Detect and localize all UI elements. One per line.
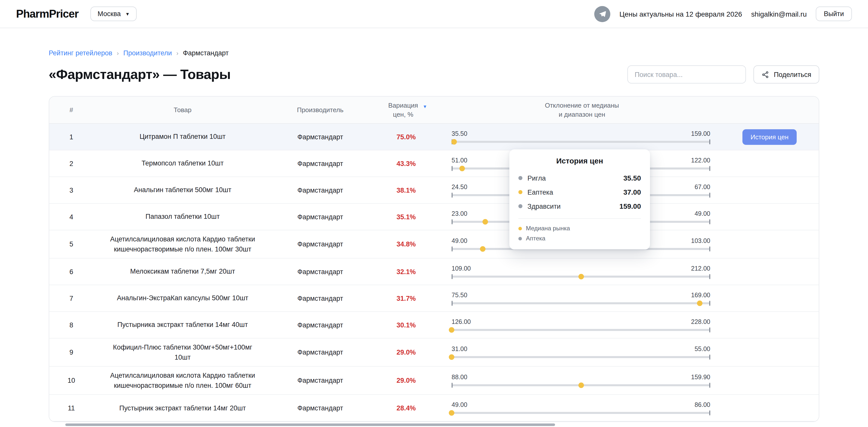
city-selector[interactable]: Москва ▼ <box>91 6 137 21</box>
legend-median-item: Медиана рынка <box>518 223 641 233</box>
price-track <box>452 412 710 414</box>
median-price-dot <box>449 327 454 333</box>
table-body: 1 Цитрамон П таблетки 10шт Фармстандарт … <box>49 124 819 422</box>
breadcrumb-separator: › <box>117 50 119 57</box>
row-action-cell <box>720 321 819 329</box>
tooltip-legend: Медиана рынка Аптека <box>518 218 641 244</box>
column-header-variation[interactable]: Вариация цен, % ▼ <box>369 97 443 123</box>
price-range-labels: 126.00 228.00 <box>452 318 710 325</box>
min-price-label: 75.50 <box>452 291 467 298</box>
track-end-tick <box>709 327 710 332</box>
table-row[interactable]: 4 Папазол таблетки 10шт Фармстандарт 35.… <box>49 204 819 230</box>
telegram-icon[interactable] <box>594 6 610 22</box>
manufacturer-name: Фармстандарт <box>272 236 369 252</box>
share-button[interactable]: Поделиться <box>754 65 819 84</box>
pharmacy-price: 35.50 <box>623 174 641 182</box>
tooltip-pharmacy-row: Еаптека 37.00 <box>518 185 641 199</box>
manufacturer-name: Фармстандарт <box>272 344 369 360</box>
min-price-label: 49.00 <box>452 401 467 408</box>
price-track <box>452 356 710 358</box>
product-name: Термопсол таблетки 10шт <box>93 154 272 172</box>
track-end-tick <box>709 219 710 224</box>
median-price-dot <box>449 354 454 360</box>
share-button-label: Поделиться <box>774 71 811 78</box>
title-actions: Поделиться <box>628 65 819 84</box>
main-content: Рейтинг ретейлеров › Производители › Фар… <box>0 49 868 422</box>
breadcrumb-manufacturers-link[interactable]: Производители <box>123 49 172 57</box>
track-end-tick <box>709 301 710 306</box>
product-name: Кофицил-Плюс таблетки 300мг+50мг+100мг 1… <box>93 339 272 366</box>
manufacturer-name: Фармстандарт <box>272 317 369 333</box>
product-name: Цитрамон П таблетки 10шт <box>93 128 272 146</box>
product-name: Анальгин таблетки 500мг 10шт <box>93 181 272 199</box>
min-price-label: 126.00 <box>452 318 471 325</box>
table-row[interactable]: 3 Анальгин таблетки 500мг 10шт Фармстанд… <box>49 177 819 204</box>
chevron-down-icon: ▼ <box>125 11 130 16</box>
min-price-label: 49.00 <box>452 237 467 245</box>
manufacturer-name: Фармстандарт <box>272 182 369 198</box>
table-row[interactable]: 7 Анальгин-ЭкстраКап капсулы 500мг 10шт … <box>49 285 819 312</box>
sort-desc-icon: ▼ <box>423 104 427 110</box>
price-range-slider: 88.00 159.90 <box>443 370 720 392</box>
search-input[interactable] <box>628 65 746 84</box>
column-header-actions <box>720 106 819 114</box>
price-variation: 43.3% <box>369 156 443 171</box>
median-legend-dot-icon <box>518 227 522 230</box>
breadcrumb-current: Фармстандарт <box>183 49 228 57</box>
row-number: 7 <box>49 290 93 306</box>
table-row[interactable]: 8 Пустырника экстракт таблетки 14мг 40шт… <box>49 312 819 339</box>
max-price-label: 55.00 <box>694 345 710 352</box>
column-header-number: # <box>49 101 93 118</box>
price-history-button[interactable]: История цен <box>742 129 797 145</box>
row-action-cell: История цен <box>720 125 819 149</box>
prices-date-note: Цены актуальны на 12 февраля 2026 <box>619 10 742 18</box>
breadcrumb: Рейтинг ретейлеров › Производители › Фар… <box>49 49 819 57</box>
track-end-tick <box>709 354 710 360</box>
column-header-manufacturer: Производитель <box>272 101 369 118</box>
table-row[interactable]: 5 Ацетилсалициловая кислота Кардио табле… <box>49 230 819 258</box>
title-row: «Фармстандарт» — Товары Поделиться <box>49 65 819 84</box>
track-end-tick <box>709 166 710 171</box>
median-price-dot <box>449 410 454 416</box>
min-price-label: 31.00 <box>452 345 467 352</box>
logout-button[interactable]: Выйти <box>816 6 852 21</box>
table-row[interactable]: 9 Кофицил-Плюс таблетки 300мг+50мг+100мг… <box>49 339 819 367</box>
header-right: Цены актуальны на 12 февраля 2026 shigal… <box>594 6 852 22</box>
median-price-dot <box>578 383 584 388</box>
price-variation: 29.0% <box>369 373 443 389</box>
table-row[interactable]: 2 Термопсол таблетки 10шт Фармстандарт 4… <box>49 150 819 177</box>
breadcrumb-separator: › <box>176 50 178 57</box>
price-variation: 30.1% <box>369 317 443 333</box>
max-price-label: 159.00 <box>691 130 710 137</box>
pharmacy-dot-icon <box>518 204 522 208</box>
price-variation: 28.4% <box>369 400 443 416</box>
track-end-tick <box>709 410 710 416</box>
price-range-labels: 35.50 159.00 <box>452 130 710 137</box>
median-price-dot <box>483 219 488 224</box>
table-row[interactable]: 11 Пустырник экстракт таблетки 14мг 20шт… <box>49 395 819 422</box>
track-end-tick <box>709 192 710 197</box>
price-variation: 35.1% <box>369 209 443 225</box>
max-price-label: 228.00 <box>691 318 710 325</box>
column-header-deviation: Отклонение от медианы и диапазон цен <box>443 97 720 123</box>
row-action-cell <box>720 404 819 412</box>
max-price-label: 122.00 <box>691 156 710 164</box>
row-action-cell <box>720 377 819 385</box>
price-range-labels: 49.00 86.00 <box>452 401 710 408</box>
manufacturer-name: Фармстандарт <box>272 290 369 306</box>
row-number: 5 <box>49 236 93 252</box>
max-price-label: 103.00 <box>691 237 710 245</box>
pharmacy-name: Еаптека <box>527 188 553 196</box>
price-history-tooltip: История цен Ригла 35.50 Еаптека 37.00 Зд… <box>509 149 650 250</box>
pharmacy-dot-icon <box>518 176 522 180</box>
row-action-cell <box>720 186 819 194</box>
table-row[interactable]: 10 Ацетилсалициловая кислота Кардио табл… <box>49 367 819 395</box>
table-row[interactable]: 6 Мелоксикам таблетки 7,5мг 20шт Фармста… <box>49 258 819 285</box>
breadcrumb-retailers-link[interactable]: Рейтинг ретейлеров <box>49 49 112 57</box>
row-action-cell <box>720 213 819 221</box>
user-email: shigalkin@mail.ru <box>751 10 807 18</box>
max-price-label: 86.00 <box>694 401 710 408</box>
horizontal-scrollbar-thumb[interactable] <box>65 424 555 426</box>
table-row[interactable]: 1 Цитрамон П таблетки 10шт Фармстандарт … <box>49 124 819 150</box>
price-track <box>452 141 710 143</box>
